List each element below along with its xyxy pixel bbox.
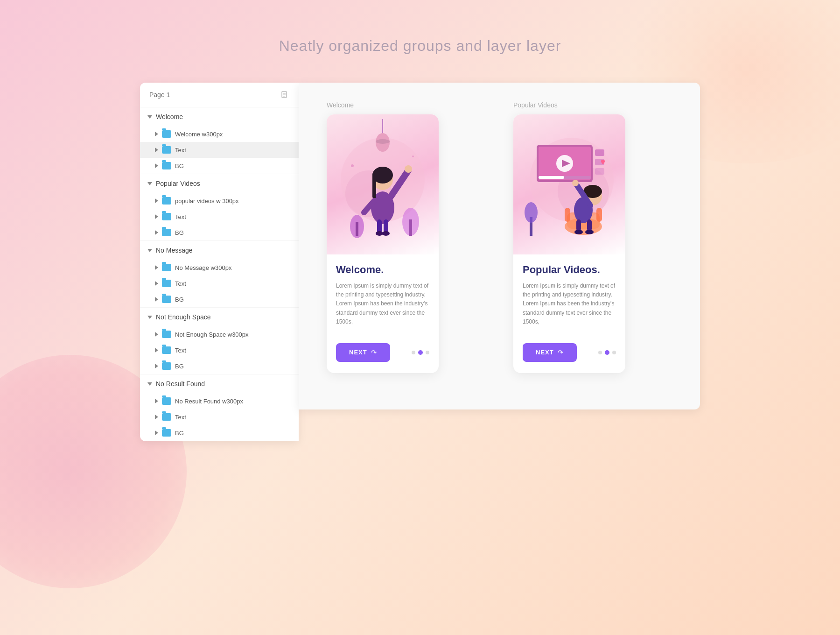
svg-rect-7 xyxy=(356,222,358,236)
card-footer-welcome: NEXT ↷ xyxy=(327,343,439,362)
preview-section-welcome-label: Welcome xyxy=(327,101,485,109)
preview-section-popular-videos: Popular Videos xyxy=(513,101,672,373)
layer-item-label: No Result Found w300px xyxy=(175,398,243,405)
chevron-right-icon xyxy=(155,399,158,403)
layer-item-not-enough-w300[interactable]: Not Enough Space w300px xyxy=(140,326,299,342)
next-arrow-icon: ↷ xyxy=(558,349,564,356)
svg-point-22 xyxy=(376,231,383,236)
chevron-down-icon xyxy=(147,115,152,119)
svg-point-48 xyxy=(574,230,583,234)
layer-item-welcome-text[interactable]: Text xyxy=(140,142,299,158)
folder-icon xyxy=(162,280,171,287)
chevron-down-icon xyxy=(147,316,152,319)
layer-item-no-message-w300[interactable]: No Message w300px xyxy=(140,260,299,275)
mobile-card-welcome: Welcome. Lorem Ipsum is simply dummy tex… xyxy=(327,114,439,373)
chevron-right-icon xyxy=(155,332,158,337)
layer-item-popular-w300[interactable]: popular videos w 300px xyxy=(140,193,299,209)
dot-3 xyxy=(426,351,429,354)
folder-icon xyxy=(162,130,171,138)
group-no-result-found-label: No Result Found xyxy=(156,380,205,388)
svg-point-49 xyxy=(585,230,594,234)
layer-item-label: Welcome w300px xyxy=(175,131,223,138)
next-arrow-icon: ↷ xyxy=(371,349,377,356)
folder-icon xyxy=(162,213,171,220)
chevron-right-icon xyxy=(155,214,158,219)
card-footer-popular-videos: NEXT ↷ xyxy=(513,343,625,362)
folder-icon xyxy=(162,397,171,405)
group-popular-videos-label: Popular Videos xyxy=(156,180,200,187)
folder-icon xyxy=(162,264,171,271)
card-content-popular-videos: Popular Videos. Lorem Ipsum is simply du… xyxy=(513,254,625,343)
mobile-card-popular-videos: Popular Videos. Lorem Ipsum is simply du… xyxy=(513,114,625,373)
layer-item-popular-bg[interactable]: BG xyxy=(140,225,299,240)
folder-icon xyxy=(162,429,171,437)
group-no-message-label: No Message xyxy=(156,247,193,254)
chevron-right-icon xyxy=(155,430,158,435)
next-button-popular-videos[interactable]: NEXT ↷ xyxy=(523,343,577,362)
svg-rect-46 xyxy=(576,219,581,231)
layer-group-welcome: Welcome Welcome w300px Text BG xyxy=(140,107,299,174)
layer-item-label: Text xyxy=(175,414,186,421)
layer-item-no-result-text[interactable]: Text xyxy=(140,409,299,425)
layer-item-label: Not Enough Space w300px xyxy=(175,331,249,338)
layer-item-not-enough-bg[interactable]: BG xyxy=(140,358,299,374)
svg-point-18 xyxy=(405,165,412,173)
page-icon xyxy=(280,90,289,99)
folder-icon xyxy=(162,229,171,236)
layer-panel: Page 1 Welcome xyxy=(140,83,299,441)
preview-panel: Welcome xyxy=(299,83,700,409)
chevron-right-icon xyxy=(155,163,158,168)
dot-3 xyxy=(612,351,616,354)
main-container: Neatly organized groups and layer layer … xyxy=(0,0,840,441)
layer-group-welcome-header[interactable]: Welcome xyxy=(140,107,299,126)
card-text-welcome: Lorem Ipsum is simply dummy text of the … xyxy=(336,282,429,326)
chevron-right-icon xyxy=(155,297,158,302)
layer-item-no-result-bg[interactable]: BG xyxy=(140,425,299,441)
layer-item-welcome-w300[interactable]: Welcome w300px xyxy=(140,126,299,142)
layer-item-label: Text xyxy=(175,347,186,354)
panel-page-label: Page 1 xyxy=(149,91,170,99)
preview-section-popular-videos-label: Popular Videos xyxy=(513,101,672,109)
layer-item-label: BG xyxy=(175,296,184,303)
dot-1 xyxy=(598,351,602,354)
dot-1 xyxy=(412,351,415,354)
chevron-down-icon xyxy=(147,382,152,386)
layer-item-label: BG xyxy=(175,430,184,437)
layer-item-popular-text[interactable]: Text xyxy=(140,209,299,225)
svg-point-25 xyxy=(412,155,414,157)
next-button-label: NEXT xyxy=(536,349,554,356)
chevron-right-icon xyxy=(155,364,158,368)
popular-videos-illustration-svg xyxy=(523,119,616,250)
card-illustration-popular-videos xyxy=(513,114,625,254)
welcome-illustration-svg xyxy=(336,119,429,250)
svg-rect-40 xyxy=(596,208,602,222)
svg-rect-47 xyxy=(587,219,592,231)
layer-group-popular-videos-header[interactable]: Popular Videos xyxy=(140,174,299,193)
layer-group-no-message-header[interactable]: No Message xyxy=(140,241,299,260)
card-illustration-welcome xyxy=(327,114,439,254)
folder-icon xyxy=(162,162,171,169)
dot-indicators-welcome xyxy=(412,350,429,355)
layer-group-not-enough-space-header[interactable]: Not Enough Space xyxy=(140,308,299,326)
layer-item-no-message-text[interactable]: Text xyxy=(140,275,299,291)
layer-item-welcome-bg[interactable]: BG xyxy=(140,158,299,174)
layer-item-label: No Message w300px xyxy=(175,264,231,271)
layer-item-no-message-bg[interactable]: BG xyxy=(140,291,299,307)
folder-icon xyxy=(162,331,171,338)
layer-group-no-message: No Message No Message w300px Text BG xyxy=(140,241,299,308)
svg-point-24 xyxy=(351,164,354,167)
chevron-right-icon xyxy=(155,265,158,270)
layer-item-not-enough-text[interactable]: Text xyxy=(140,342,299,358)
chevron-down-icon xyxy=(147,182,152,185)
layer-item-label: BG xyxy=(175,162,184,169)
layer-group-no-result-found-header[interactable]: No Result Found xyxy=(140,374,299,393)
next-button-welcome[interactable]: NEXT ↷ xyxy=(336,343,390,362)
layer-group-not-enough-space: Not Enough Space Not Enough Space w300px… xyxy=(140,308,299,374)
svg-rect-9 xyxy=(409,219,412,236)
group-not-enough-space-label: Not Enough Space xyxy=(156,313,211,321)
folder-icon xyxy=(162,362,171,370)
layer-item-label: Text xyxy=(175,280,186,287)
layer-item-no-result-w300[interactable]: No Result Found w300px xyxy=(140,393,299,409)
layer-group-popular-videos: Popular Videos popular videos w 300px Te… xyxy=(140,174,299,241)
svg-rect-36 xyxy=(595,168,604,175)
